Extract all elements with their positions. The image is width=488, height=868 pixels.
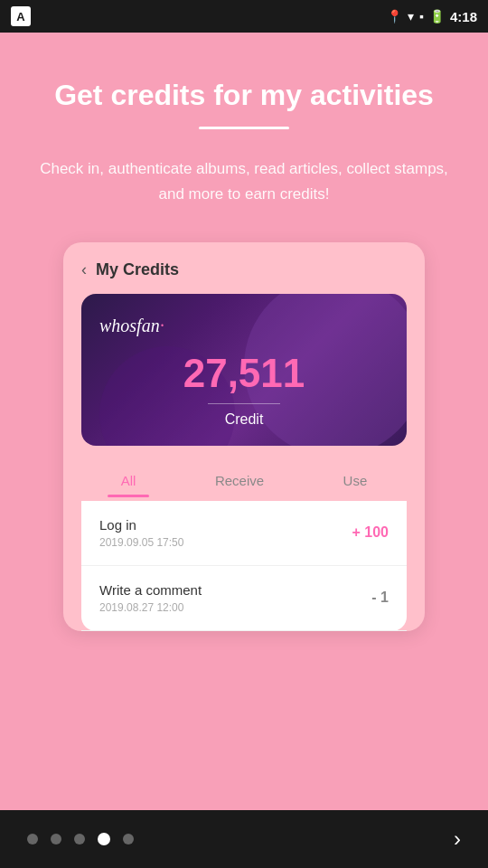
dot-5[interactable] [123, 834, 134, 844]
table-row: Log in 2019.09.05 17:50 + 100 [81, 501, 407, 566]
dot-3[interactable] [74, 834, 85, 844]
credits-mockup-card: ‹ My Credits whosfan· 27,511 Credit All … [63, 242, 425, 631]
dot-4-active[interactable] [98, 833, 110, 845]
transaction-info: Write a comment 2019.08.27 12:00 [99, 582, 202, 614]
description: Check in, authenticate albums, read arti… [27, 156, 461, 205]
table-row: Write a comment 2019.08.27 12:00 - 1 [81, 566, 407, 631]
transaction-name: Log in [99, 517, 183, 533]
status-left: A [11, 6, 31, 26]
transaction-date: 2019.09.05 17:50 [99, 536, 183, 549]
tabs-container: All Receive Use [81, 460, 407, 501]
location-icon: 📍 [387, 9, 402, 24]
status-bar: A 📍 ▾ ▪ 🔋 4:18 [0, 0, 488, 33]
dot-2[interactable] [51, 834, 61, 844]
battery-icon: 🔋 [429, 9, 445, 24]
credit-amount: 27,511 [99, 351, 389, 396]
credit-display-card: whosfan· 27,511 Credit [81, 294, 407, 446]
card-header: ‹ My Credits [81, 260, 407, 279]
credit-label: Credit [99, 411, 389, 428]
main-content: Get credits for my activities Check in, … [0, 33, 488, 810]
status-right: 📍 ▾ ▪ 🔋 4:18 [387, 9, 477, 24]
transaction-date: 2019.08.27 12:00 [99, 601, 202, 614]
bottom-nav: › [0, 810, 488, 868]
app-icon: A [11, 6, 31, 26]
brand-name: whosfan· [99, 316, 389, 336]
tab-use[interactable]: Use [325, 467, 386, 494]
tab-all[interactable]: All [103, 467, 155, 494]
credits-card-title: My Credits [96, 260, 179, 279]
transaction-list: Log in 2019.09.05 17:50 + 100 Write a co… [81, 501, 407, 631]
wifi-icon: ▾ [408, 9, 414, 24]
tab-receive[interactable]: Receive [197, 467, 282, 494]
time-display: 4:18 [450, 9, 477, 24]
pagination-dots [27, 833, 134, 845]
transaction-name: Write a comment [99, 582, 202, 598]
next-arrow-icon[interactable]: › [454, 826, 461, 852]
credit-divider [208, 403, 280, 404]
signal-icon: ▪ [419, 9, 424, 24]
transaction-amount: + 100 [352, 524, 389, 541]
transaction-amount: - 1 [371, 590, 389, 606]
transaction-info: Log in 2019.09.05 17:50 [99, 517, 183, 549]
dot-1[interactable] [27, 834, 38, 844]
back-arrow-icon[interactable]: ‹ [81, 260, 87, 279]
title-underline [199, 127, 289, 129]
page-title: Get credits for my activities [54, 78, 434, 112]
